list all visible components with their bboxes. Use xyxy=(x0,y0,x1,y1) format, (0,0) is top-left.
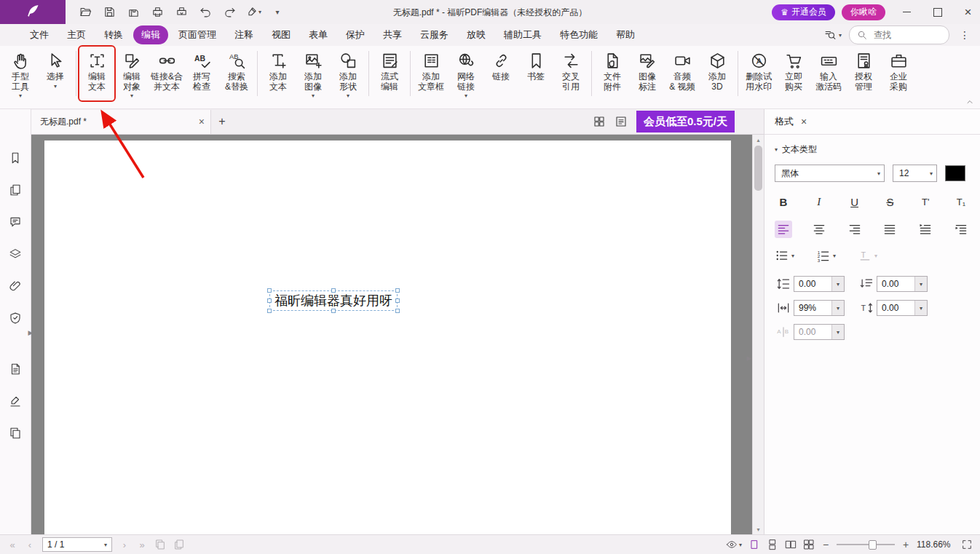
open-membership-button[interactable]: ♛开通会员 xyxy=(772,4,835,20)
collapse-ribbon-button[interactable] xyxy=(965,98,974,106)
ribbon-button-license-manage[interactable]: 授权管理 xyxy=(846,47,881,100)
sidebar-bookmark-button[interactable] xyxy=(6,149,25,167)
menu-item-视图[interactable]: 视图 xyxy=(264,25,299,44)
zoom-out-button[interactable]: − xyxy=(821,539,830,550)
zoom-in-button[interactable]: + xyxy=(901,539,910,550)
panel-expander[interactable]: ▶ xyxy=(746,353,752,363)
menu-item-页面管理[interactable]: 页面管理 xyxy=(170,25,224,44)
menu-item-保护[interactable]: 保护 xyxy=(338,25,373,44)
selection-handle[interactable] xyxy=(331,288,336,293)
zoom-slider[interactable] xyxy=(837,539,895,550)
ribbon-button-edit-text[interactable]: 编辑文本 xyxy=(79,47,114,100)
align-left-button[interactable] xyxy=(775,221,792,238)
save-button[interactable] xyxy=(100,3,119,22)
selection-handle[interactable] xyxy=(267,298,272,303)
ribbon-button-audio-video[interactable]: 音频& 视频 xyxy=(665,47,700,100)
ribbon-button-file-attach[interactable]: 文件附件 xyxy=(595,47,630,100)
subscript-button[interactable]: T₁ xyxy=(952,193,970,210)
bullet-list-button[interactable]: ▾ xyxy=(775,248,794,263)
italic-button[interactable]: I xyxy=(810,193,828,210)
menu-item-文件[interactable]: 文件 xyxy=(22,25,57,44)
paragraph-spacing-input[interactable]: 0.00▾ xyxy=(877,276,928,292)
close-panel-icon[interactable]: × xyxy=(801,116,807,127)
close-tab-icon[interactable]: × xyxy=(199,116,205,127)
prev-page-button[interactable]: ‹ xyxy=(25,539,35,550)
selection-handle[interactable] xyxy=(395,309,400,313)
sidebar-doc-lines-button[interactable] xyxy=(6,360,25,379)
text-style-button[interactable]: T▾ xyxy=(858,248,877,263)
first-page-button[interactable]: « xyxy=(7,539,17,550)
menu-item-特色功能[interactable]: 特色功能 xyxy=(552,25,606,44)
grid-view-icon[interactable] xyxy=(593,115,606,128)
horizontal-scale-input[interactable]: 99%▾ xyxy=(794,300,845,316)
selection-handle[interactable] xyxy=(395,298,400,303)
undo-button[interactable] xyxy=(196,3,215,22)
new-tab-button[interactable]: + xyxy=(211,115,233,128)
sidebar-clipboard-button[interactable] xyxy=(6,424,25,443)
selected-text-object[interactable]: 福昕编辑器真好用呀 xyxy=(269,290,398,311)
open-folder-button[interactable] xyxy=(76,3,95,22)
selection-handle[interactable] xyxy=(267,309,272,313)
menu-item-共享[interactable]: 共享 xyxy=(375,25,410,44)
selection-handle[interactable] xyxy=(267,288,272,293)
print-button[interactable] xyxy=(148,3,167,22)
sidebar-comment-button[interactable] xyxy=(6,213,25,232)
next-page-button[interactable]: › xyxy=(119,539,130,550)
ribbon-button-image-note[interactable]: 图像标注 xyxy=(630,47,665,100)
vertical-scrollbar[interactable]: ▴ ▾ xyxy=(752,135,764,534)
ribbon-button-cross-ref[interactable]: 交叉引用 xyxy=(553,47,588,100)
selection-handle[interactable] xyxy=(331,309,336,313)
menu-item-帮助[interactable]: 帮助 xyxy=(608,25,643,44)
underline-button[interactable]: U xyxy=(846,193,864,210)
align-justify-button[interactable] xyxy=(881,221,898,238)
ribbon-button-add-shape[interactable]: 添加形状▾ xyxy=(331,47,365,100)
quick-print-button[interactable] xyxy=(172,3,191,22)
ribbon-button-buy-now[interactable]: 立即购买 xyxy=(776,47,811,100)
copy-page-icon[interactable] xyxy=(154,539,166,550)
sidebar-signature-button[interactable] xyxy=(6,392,25,411)
zoom-slider-thumb[interactable] xyxy=(869,540,877,550)
scrollbar-thumb[interactable] xyxy=(754,146,762,191)
redo-button[interactable] xyxy=(220,3,239,22)
font-size-select[interactable]: 12 ▾ xyxy=(893,165,937,182)
font-family-select[interactable]: 黑体 ▾ xyxy=(775,165,885,182)
search-tools-button[interactable]: ▾ xyxy=(824,29,842,41)
fit-screen-icon[interactable] xyxy=(961,539,973,550)
promo-button[interactable]: 你瞅啥 xyxy=(842,4,885,20)
zoom-slider-track[interactable] xyxy=(837,544,895,545)
sidebar-attachment-button[interactable] xyxy=(6,277,25,296)
bold-button[interactable]: B xyxy=(775,193,792,210)
facing-continuous-view-icon[interactable] xyxy=(803,539,815,550)
ribbon-button-link-merge[interactable]: 链接&合并文本 xyxy=(149,47,184,100)
indent-first-line-button[interactable] xyxy=(917,221,934,238)
format-tab[interactable]: 格式 xyxy=(775,115,794,128)
sidebar-security-button[interactable] xyxy=(6,309,25,328)
selection-handle[interactable] xyxy=(395,288,400,293)
brush-tool-button[interactable]: ▾ xyxy=(244,3,263,22)
menu-item-表单[interactable]: 表单 xyxy=(301,25,336,44)
baseline-offset-input[interactable]: 0.00▾ xyxy=(877,300,928,316)
superscript-button[interactable]: T' xyxy=(917,193,934,210)
ribbon-button-hand[interactable]: 手型工具▾ xyxy=(3,47,38,100)
reading-mode-icon[interactable] xyxy=(615,115,628,128)
menu-item-转换[interactable]: 转换 xyxy=(96,25,131,44)
facing-view-icon[interactable] xyxy=(785,539,797,550)
ribbon-button-enterprise-buy[interactable]: 企业采购 xyxy=(881,47,916,100)
membership-promo-banner[interactable]: 会员低至0.5元/天 xyxy=(636,111,735,132)
menu-item-注释[interactable]: 注释 xyxy=(226,25,261,44)
align-right-button[interactable] xyxy=(846,221,864,238)
maximize-button[interactable] xyxy=(925,0,949,24)
single-page-view-icon[interactable] xyxy=(748,539,760,550)
menu-item-辅助工具[interactable]: 辅助工具 xyxy=(496,25,550,44)
ribbon-button-web-link[interactable]: 网络链接▾ xyxy=(448,47,483,100)
ribbon-button-remove-watermark[interactable]: A删除试用水印 xyxy=(741,47,776,100)
ribbon-button-flow-edit[interactable]: 流式编辑 xyxy=(372,47,407,100)
ribbon-button-add-3d[interactable]: 添加3D xyxy=(700,47,735,100)
customize-toolbar-button[interactable]: ▾ xyxy=(268,3,287,22)
find-input[interactable] xyxy=(872,29,942,41)
numbered-list-button[interactable]: 123▾ xyxy=(816,248,836,263)
menu-item-放映[interactable]: 放映 xyxy=(459,25,494,44)
line-spacing-input[interactable]: 0.00▾ xyxy=(794,276,845,292)
sidebar-pages-button[interactable] xyxy=(6,181,25,199)
continuous-view-icon[interactable] xyxy=(767,539,778,550)
